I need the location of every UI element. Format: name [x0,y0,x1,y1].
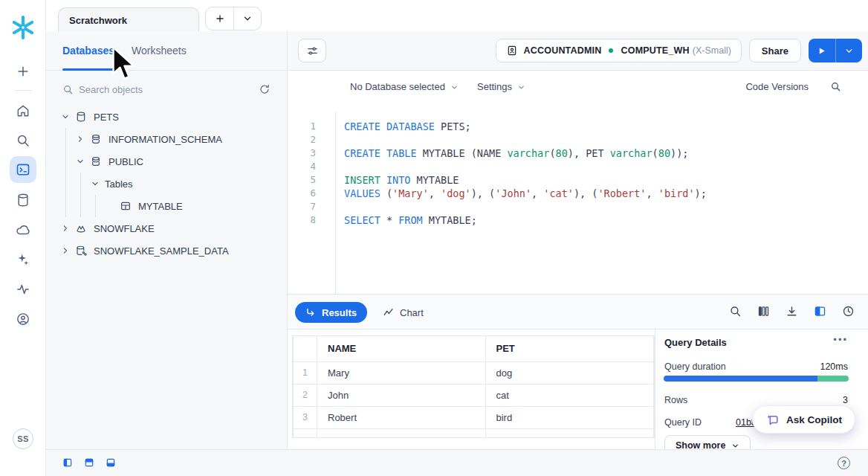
cloud-icon[interactable] [16,222,30,237]
results-search-icon[interactable] [729,305,742,318]
run-play-button[interactable] [809,39,835,62]
line-number: 2 [288,133,335,147]
code-text [335,160,344,173]
sql-editor[interactable]: No Database selected Settings Code Versi… [288,71,868,294]
chevron-down-icon [517,83,525,91]
chevron-down-icon [844,46,854,56]
create-new-icon[interactable] [16,64,30,79]
show-more-button[interactable]: Show more [664,435,751,449]
database-shared-icon [75,245,87,257]
toggle-left-panel-icon[interactable] [62,457,73,468]
user-avatar[interactable]: SS [13,428,33,449]
database-app-icon [75,222,87,234]
worksheet-tab[interactable]: Scratchwork [58,7,199,32]
code-line-1[interactable]: 1CREATE DATABASE PETS; [288,120,868,133]
column-header-pet[interactable]: PET [485,336,654,361]
chevron-right-icon[interactable] [61,224,70,233]
code-versions-button[interactable]: Code Versions [745,81,809,92]
admin-icon[interactable] [16,312,30,327]
code-line-3[interactable]: 3CREATE TABLE MYTABLE (NAME varchar(80),… [288,147,868,160]
column-header-name[interactable]: NAME [317,336,486,361]
toggle-top-panel-icon[interactable] [84,457,94,468]
split-view-icon[interactable] [814,305,826,318]
code-line-8[interactable]: 8SELECT * FROM MYTABLE; [288,213,868,227]
history-icon[interactable] [842,305,855,318]
code-line-4[interactable]: 4 [288,160,868,173]
sliders-icon [306,45,319,57]
columns-icon[interactable] [757,305,770,318]
tree-item-public[interactable]: PUBLIC [46,150,287,173]
chevron-down-icon[interactable] [91,179,100,188]
new-worksheet-button[interactable] [206,7,233,30]
code-text: SELECT * FROM MYTABLE; [335,213,477,227]
tab-databases[interactable]: Databases [62,31,114,70]
copilot-label: Ask Copilot [786,414,842,425]
chevron-down-icon[interactable] [61,112,70,121]
query-id-label: Query ID [664,417,702,428]
avatar-initials: SS [17,434,28,443]
code-line-6[interactable]: 6VALUES ('Mary', 'dog'), ('John', 'cat')… [288,187,868,200]
search-icon[interactable] [16,133,30,148]
code-line-5[interactable]: 5INSERT INTO MYTABLE [288,173,868,187]
tree-item-information_schema[interactable]: INFORMATION_SCHEMA [46,128,287,150]
warehouse-size: (X-Small) [693,45,731,56]
tree-item-snowflake[interactable]: SNOWFLAKE [46,217,287,239]
duration-bar-execution [664,376,817,382]
ai-ml-icon[interactable] [16,252,30,267]
tab-list-button[interactable] [233,7,261,30]
table-cell[interactable]: John [317,384,486,406]
home-icon[interactable] [16,103,30,118]
database-selector[interactable]: No Database selected [350,81,459,92]
worksheet-toolbar: ACCOUNTADMIN COMPUTE_WH (X-Small) Share [288,31,868,71]
chevron-down-icon[interactable] [76,157,85,166]
row-number: 2 [294,384,317,406]
table-row[interactable]: 3Robertbird [294,406,654,428]
rail-divider [14,90,32,91]
help-button[interactable]: ? [838,457,850,469]
role-badge-icon [506,45,518,57]
tab-results[interactable]: Results [295,302,367,323]
results-header: Results Chart [288,294,868,329]
table-cell[interactable]: dog [485,361,654,384]
table-cell[interactable]: cat [485,384,654,406]
tree-item-snowflake_sample_data[interactable]: SNOWFLAKE_SAMPLE_DATA [46,239,287,262]
ask-copilot-button[interactable]: Ask Copilot [752,405,855,434]
chevron-right-icon[interactable] [76,135,85,144]
settings-menu[interactable]: Settings [477,81,525,92]
object-search[interactable]: Search objects [46,80,287,101]
snowflake-logo-icon[interactable] [10,15,36,40]
table-cell[interactable]: Robert [317,406,486,428]
ellipsis-menu-icon[interactable]: ••• [833,334,848,345]
tree-item-tables[interactable]: Tables [46,173,287,195]
toggle-bottom-panel-icon[interactable] [106,457,116,468]
table-row[interactable]: 2Johncat [294,384,654,406]
plus-icon [215,13,225,24]
table-cell[interactable]: bird [485,406,654,428]
code-line-7[interactable]: 7 [288,200,868,213]
table-cell[interactable]: Mary [317,361,486,384]
data-icon[interactable] [16,193,30,208]
chevron-right-icon[interactable] [61,246,70,255]
code-lines[interactable]: 1CREATE DATABASE PETS;23CREATE TABLE MYT… [288,120,868,227]
code-text [335,133,344,147]
search-icon [62,84,74,95]
activity-icon[interactable] [16,282,30,297]
tab-chart[interactable]: Chart [383,302,424,323]
table-row[interactable]: 1Marydog [294,361,654,384]
filters-button[interactable] [298,39,326,62]
code-line-2[interactable]: 2 [288,133,868,147]
refresh-icon[interactable] [259,83,271,95]
line-chart-icon [383,307,394,318]
code-text: INSERT INTO MYTABLE [335,173,459,187]
tree-item-pets[interactable]: PETS [46,106,287,128]
share-button[interactable]: Share [749,39,801,62]
context-selector[interactable]: ACCOUNTADMIN COMPUTE_WH (X-Small) [496,39,742,62]
tab-worksheets[interactable]: Worksheets [132,31,187,70]
editor-search-icon[interactable] [830,81,841,92]
projects-worksheets-icon[interactable] [10,156,36,183]
run-options-button[interactable] [835,39,863,62]
chevron-down-icon [450,83,459,91]
tree-item-mytable[interactable]: MYTABLE [46,195,287,217]
download-icon[interactable] [786,305,798,318]
results-table[interactable]: NAMEPET 1Marydog2Johncat3Robertbird [292,335,655,438]
